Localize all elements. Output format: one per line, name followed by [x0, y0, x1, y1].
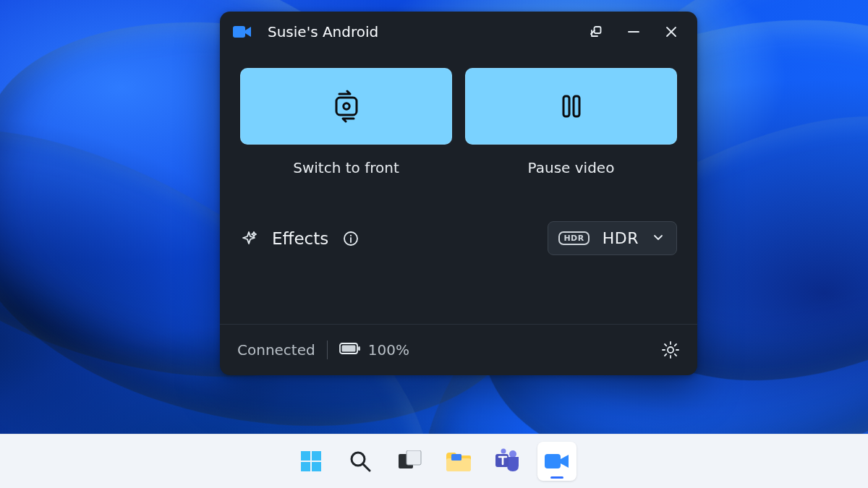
hdr-dropdown-value: HDR [603, 229, 639, 247]
chevron-down-icon [652, 231, 665, 247]
minimize-button[interactable] [615, 17, 652, 47]
svg-point-11 [668, 347, 673, 353]
taskbar-task-view[interactable] [390, 442, 429, 481]
window-title: Susie's Android [268, 23, 378, 40]
battery-icon [339, 341, 361, 359]
svg-rect-9 [341, 346, 355, 352]
switch-camera-label: Switch to front [240, 159, 452, 176]
svg-point-7 [350, 234, 352, 236]
svg-rect-0 [233, 26, 245, 38]
pause-video-label: Pause video [465, 159, 677, 176]
hdr-badge-icon: HDR [558, 231, 589, 245]
camera-icon [233, 25, 252, 39]
pop-out-button[interactable] [577, 17, 615, 47]
svg-point-21 [509, 450, 516, 458]
taskbar-camera-app[interactable] [537, 442, 576, 481]
taskbar-search[interactable] [341, 442, 380, 481]
taskbar-start[interactable] [292, 442, 331, 481]
battery-percent: 100% [368, 341, 409, 359]
svg-rect-24 [545, 454, 561, 468]
settings-button[interactable] [661, 341, 680, 359]
svg-point-3 [343, 103, 349, 109]
svg-rect-1 [595, 27, 601, 33]
svg-rect-12 [301, 451, 310, 461]
svg-rect-20 [451, 454, 461, 461]
svg-rect-5 [574, 96, 579, 116]
svg-rect-15 [312, 462, 321, 471]
svg-point-23 [501, 449, 506, 454]
close-button[interactable] [652, 17, 690, 47]
taskbar-file-explorer[interactable] [439, 442, 478, 481]
hdr-dropdown[interactable]: HDR HDR [548, 221, 677, 255]
taskbar [0, 434, 868, 488]
status-bar: Connected 100% [220, 325, 697, 375]
svg-rect-18 [407, 450, 421, 465]
connection-status: Connected [237, 341, 315, 359]
info-icon[interactable] [343, 231, 359, 247]
camera-control-window: Susie's Android [220, 12, 697, 375]
separator [327, 341, 328, 359]
pause-video-button[interactable] [465, 68, 677, 145]
svg-rect-4 [563, 96, 569, 116]
svg-rect-10 [358, 346, 360, 351]
svg-rect-2 [336, 98, 357, 115]
switch-camera-button[interactable] [240, 68, 452, 145]
taskbar-teams[interactable] [488, 442, 527, 481]
window-content: Switch to front Pause video Effects [220, 52, 697, 302]
titlebar: Susie's Android [220, 12, 697, 52]
svg-rect-13 [312, 451, 321, 461]
effects-label: Effects [272, 229, 328, 248]
sparkle-icon [240, 230, 258, 247]
svg-rect-14 [301, 462, 310, 471]
